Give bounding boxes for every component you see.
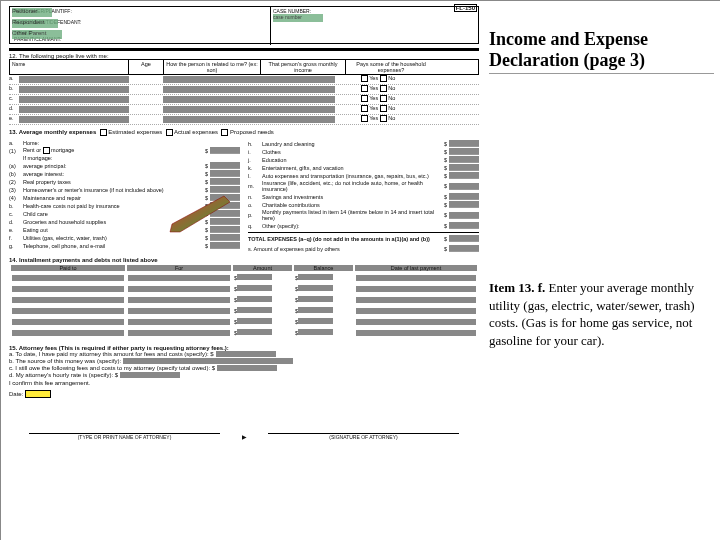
sec12-rows: a. Yes No b. Yes No c. Yes No d. Yes No … bbox=[9, 75, 479, 125]
expense-line: e.Eating out$ bbox=[9, 226, 240, 233]
caption-box: PETITIONER/PLAINTIFF: Petitioner RESPOND… bbox=[9, 6, 479, 44]
sec13-right: h.Laundry and cleaning$i.Clothes$j.Educa… bbox=[248, 140, 479, 253]
expense-line: p.Monthly payments listed in item 14 (it… bbox=[248, 209, 479, 221]
expense-line: (b)average interest:$ bbox=[9, 170, 240, 177]
table-row: c. Yes No bbox=[9, 95, 479, 105]
table-row: $$ bbox=[11, 306, 477, 315]
table-row: $$ bbox=[11, 317, 477, 326]
slide-title: Income and Expense Declaration (page 3) bbox=[489, 29, 714, 74]
expense-line: o.Charitable contributions$ bbox=[248, 201, 479, 208]
sec12-col: Age bbox=[129, 60, 164, 74]
date-field[interactable] bbox=[25, 390, 51, 398]
expense-line: k.Entertainment, gifts, and vacation$ bbox=[248, 164, 479, 171]
resp-val: Respondent bbox=[12, 19, 58, 28]
case-box: CASE NUMBER: case number bbox=[270, 7, 325, 45]
pet-val: Petitioner bbox=[12, 8, 52, 17]
expense-line: n.Savings and investments$ bbox=[248, 193, 479, 200]
expense-line: m.Insurance (life, accident, etc.; do no… bbox=[248, 180, 479, 192]
expense-line: l.Auto expenses and transportation (insu… bbox=[248, 172, 479, 179]
sec12-col: How the person is related to me? (ex: so… bbox=[164, 60, 261, 74]
expense-line: c.Child care$ bbox=[9, 210, 240, 217]
expense-line: h.Laundry and cleaning$ bbox=[248, 140, 479, 147]
expense-line: b.Health-care costs not paid by insuranc… bbox=[9, 202, 240, 209]
table-row: a. Yes No bbox=[9, 75, 479, 85]
sec12-col: Pays some of the household expenses? bbox=[346, 60, 436, 74]
expense-line: (1)Rent or mortgage$ bbox=[9, 147, 240, 154]
table-row: $$ bbox=[11, 328, 477, 337]
expense-line: (4)Maintenance and repair$ bbox=[9, 194, 240, 201]
sec12-col: Name bbox=[10, 60, 129, 74]
expense-line: f.Utilities (gas, electric, water, trash… bbox=[9, 234, 240, 241]
sec14-lead: 14. Installment payments and debts not l… bbox=[9, 257, 158, 263]
sec13-left: a.Home:(1)Rent or mortgage$If mortgage:(… bbox=[9, 140, 240, 253]
sec12-col: That person's gross monthly income bbox=[261, 60, 346, 74]
expense-line: d.Groceries and household supplies$ bbox=[9, 218, 240, 225]
expense-line: a.Home: bbox=[9, 140, 240, 146]
form-fl150: FL-150 PETITIONER/PLAINTIFF: Petitioner … bbox=[9, 6, 479, 440]
sec14-table: Paid to For Amount Balance Date of last … bbox=[9, 263, 479, 339]
expense-line: j.Education$ bbox=[248, 156, 479, 163]
case-val: case number bbox=[273, 14, 323, 22]
table-row: $$ bbox=[11, 295, 477, 304]
expense-line: (2)Real property taxes$ bbox=[9, 178, 240, 185]
sec12-header: Name Age How the person is related to me… bbox=[9, 59, 479, 75]
sec13-grid: a.Home:(1)Rent or mortgage$If mortgage:(… bbox=[9, 140, 479, 253]
table-row: b. Yes No bbox=[9, 85, 479, 95]
table-row: $$ bbox=[11, 284, 477, 293]
expense-line: (3)Homeowner's or renter's insurance (if… bbox=[9, 186, 240, 193]
expense-line: q.Other (specify):$ bbox=[248, 222, 479, 229]
expense-line: i.Clothes$ bbox=[248, 148, 479, 155]
sec15: 15. Attorney fees (This is required if e… bbox=[9, 345, 479, 398]
expense-line: (a)average principal:$ bbox=[9, 162, 240, 169]
rule bbox=[9, 48, 479, 51]
slide-body: Item 13. f. Enter your average monthly u… bbox=[489, 279, 714, 349]
sig-row: (TYPE OR PRINT NAME OF ATTORNEY) ▶ (SIGN… bbox=[9, 433, 479, 440]
other-val: Other Parent bbox=[12, 30, 62, 39]
expense-line: g.Telephone, cell phone, and e-mail$ bbox=[9, 242, 240, 249]
table-row: $$ bbox=[11, 273, 477, 282]
table-row: d. Yes No bbox=[9, 105, 479, 115]
table-row: e. Yes No bbox=[9, 115, 479, 125]
expense-line: If mortgage: bbox=[9, 155, 240, 161]
sec13-lead: 13. Average monthly expenses Estimated e… bbox=[9, 129, 479, 136]
